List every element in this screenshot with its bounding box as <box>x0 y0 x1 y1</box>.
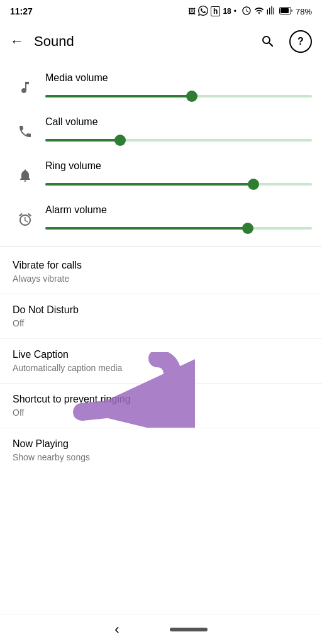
status-time: 11:27 <box>10 6 33 16</box>
vibrate-for-calls-item[interactable]: Vibrate for calls Always vibrate <box>0 250 322 294</box>
dot-icon: • <box>234 7 236 16</box>
battery-icon <box>279 6 293 17</box>
wifi-icon <box>254 6 264 18</box>
vibrate-for-calls-subtitle: Always vibrate <box>13 274 309 284</box>
svg-rect-1 <box>280 8 289 13</box>
media-volume-control: Media volume <box>40 72 312 103</box>
shortcut-prevent-ringing-subtitle: Off <box>13 408 309 418</box>
list-section: Vibrate for calls Always vibrate Do Not … <box>0 247 322 475</box>
shortcut-prevent-ringing-title: Shortcut to prevent ringing <box>13 394 309 405</box>
search-button[interactable] <box>257 30 279 53</box>
alarm-volume-item: Alarm volume <box>0 197 322 242</box>
whatsapp-icon <box>198 6 208 18</box>
alarm-volume-slider[interactable] <box>45 222 312 235</box>
do-not-disturb-title: Do Not Disturb <box>13 304 309 316</box>
vibrate-for-calls-title: Vibrate for calls <box>13 260 309 271</box>
signal-icon <box>267 6 277 18</box>
volume-section: Media volume Call volume <box>0 60 322 247</box>
media-volume-label: Media volume <box>45 72 312 84</box>
photo-icon: 🖼 <box>188 7 196 16</box>
call-volume-label: Call volume <box>45 116 312 128</box>
ring-volume-slider[interactable] <box>45 178 312 191</box>
now-playing-item[interactable]: Now Playing Show nearby songs <box>0 428 322 472</box>
page-title: Sound <box>34 33 257 50</box>
do-not-disturb-item[interactable]: Do Not Disturb Off <box>0 294 322 339</box>
music-note-icon <box>10 80 40 95</box>
live-caption-item[interactable]: Live Caption Automatically caption media <box>0 339 322 384</box>
ring-volume-label: Ring volume <box>45 160 312 172</box>
media-volume-item: Media volume <box>0 65 322 109</box>
live-caption-subtitle: Automatically caption media <box>13 363 309 373</box>
shortcut-prevent-ringing-item[interactable]: Shortcut to prevent ringing Off <box>0 384 322 428</box>
status-icons: 🖼 h 18 • 78% <box>188 6 312 18</box>
live-caption-title: Live Caption <box>13 349 309 360</box>
bell-icon <box>10 168 40 183</box>
now-playing-title: Now Playing <box>13 438 309 450</box>
media-volume-slider[interactable] <box>45 90 312 103</box>
alarm-clock-icon <box>10 212 40 227</box>
alarm-status-icon <box>242 6 252 18</box>
nav-bar: ‹ <box>0 614 322 644</box>
notification-icon: h <box>211 6 220 16</box>
help-button[interactable]: ? <box>289 30 312 53</box>
call-volume-slider[interactable] <box>45 134 312 147</box>
call-volume-item: Call volume <box>0 109 322 153</box>
call-volume-control: Call volume <box>40 116 312 147</box>
nav-back-button[interactable]: ‹ <box>114 621 119 638</box>
number-icon: 18 <box>223 7 231 16</box>
now-playing-subtitle: Show nearby songs <box>13 452 309 462</box>
status-bar: 11:27 🖼 h 18 • 78% <box>0 0 322 23</box>
ring-volume-control: Ring volume <box>40 160 312 191</box>
header-actions: ? <box>257 30 312 53</box>
phone-icon <box>10 124 40 139</box>
ring-volume-item: Ring volume <box>0 153 322 197</box>
alarm-volume-label: Alarm volume <box>45 204 312 216</box>
battery-percent: 78% <box>296 7 312 16</box>
header: ← Sound ? <box>0 23 322 60</box>
do-not-disturb-subtitle: Off <box>13 318 309 328</box>
nav-home-pill[interactable] <box>170 628 208 631</box>
back-button[interactable]: ← <box>10 33 24 50</box>
alarm-volume-control: Alarm volume <box>40 204 312 235</box>
